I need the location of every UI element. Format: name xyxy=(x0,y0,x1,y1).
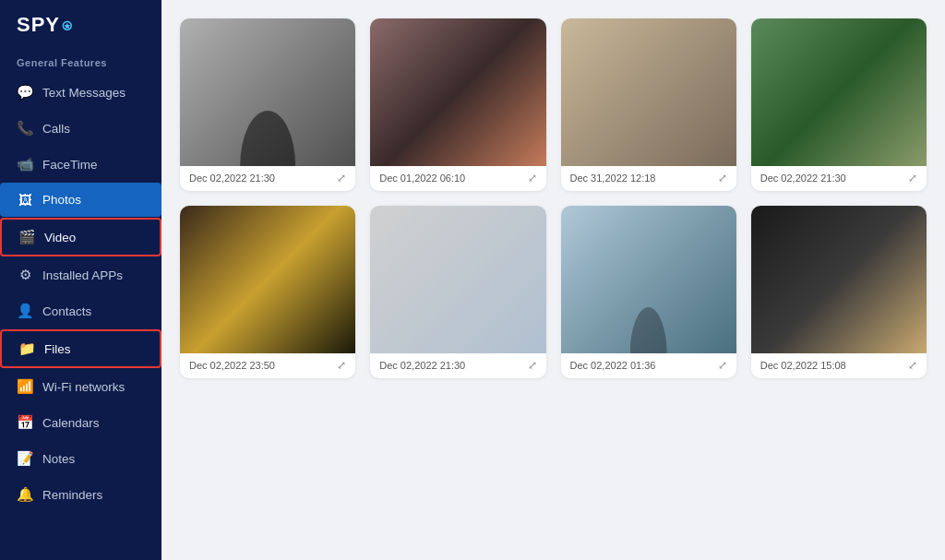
photo-card: Dec 02,2022 01:36⤢ xyxy=(561,206,736,378)
sidebar-item-label-notes: Notes xyxy=(42,452,75,466)
photo-footer: Dec 02,2022 21:30⤢ xyxy=(751,166,927,191)
photo-image xyxy=(751,206,927,353)
expand-icon[interactable]: ⤢ xyxy=(718,172,727,185)
photo-card: Dec 02,2022 21:30⤢ xyxy=(180,18,355,191)
sidebar-item-label-text-messages: Text Messages xyxy=(42,86,126,100)
logo: SPY ⍟ xyxy=(0,0,161,48)
photo-card: Dec 02,2022 21:30⤢ xyxy=(370,206,545,378)
wifi-networks-icon: 📶 xyxy=(17,378,33,395)
calls-icon: 📞 xyxy=(17,120,33,137)
sidebar-item-label-calls: Calls xyxy=(42,122,70,136)
sidebar-item-label-reminders: Reminders xyxy=(42,488,102,502)
sidebar-item-reminders[interactable]: 🔔Reminders xyxy=(0,477,161,512)
photo-grid: Dec 02,2022 21:30⤢Dec 01,2022 06:10⤢Dec … xyxy=(180,18,927,378)
expand-icon[interactable]: ⤢ xyxy=(337,172,346,185)
video-icon: 🎬 xyxy=(18,229,35,245)
sidebar-item-installed-apps[interactable]: ⚙Installed APPs xyxy=(0,257,161,292)
expand-icon[interactable]: ⤢ xyxy=(528,359,537,372)
sidebar-item-facetime[interactable]: 📹FaceTime xyxy=(0,147,161,182)
text-messages-icon: 💬 xyxy=(17,84,33,101)
logo-text: SPY xyxy=(17,13,60,37)
photo-card: Dec 31,2022 12:18⤢ xyxy=(561,18,736,191)
sidebar-item-label-photos: Photos xyxy=(42,193,81,207)
sidebar-item-notes[interactable]: 📝Notes xyxy=(0,441,161,476)
expand-icon[interactable]: ⤢ xyxy=(528,172,537,185)
notes-icon: 📝 xyxy=(17,450,33,467)
reminders-icon: 🔔 xyxy=(17,486,33,503)
sidebar-item-label-installed-apps: Installed APPs xyxy=(42,268,123,282)
sidebar: SPY ⍟ General Features 💬Text Messages📞Ca… xyxy=(0,0,161,560)
photo-card: Dec 02,2022 21:30⤢ xyxy=(751,18,927,191)
sidebar-item-wifi-networks[interactable]: 📶Wi-Fi networks xyxy=(0,369,161,404)
sidebar-item-calendars[interactable]: 📅Calendars xyxy=(0,405,161,440)
sidebar-item-label-wifi-networks: Wi-Fi networks xyxy=(42,380,125,394)
photo-image xyxy=(561,206,736,353)
photo-footer: Dec 02,2022 21:30⤢ xyxy=(370,353,545,378)
files-icon: 📁 xyxy=(18,340,35,357)
expand-icon[interactable]: ⤢ xyxy=(908,359,917,372)
photo-date: Dec 02,2022 21:30 xyxy=(760,173,846,184)
expand-icon[interactable]: ⤢ xyxy=(337,359,346,372)
photo-date: Dec 02,2022 21:30 xyxy=(189,173,275,184)
photo-footer: Dec 02,2022 23:50⤢ xyxy=(180,353,355,378)
photo-date: Dec 02,2022 01:36 xyxy=(570,360,656,371)
section-label: General Features xyxy=(0,48,161,74)
contacts-icon: 👤 xyxy=(17,303,33,319)
sidebar-item-label-files: Files xyxy=(44,342,71,356)
photo-footer: Dec 02,2022 15:08⤢ xyxy=(751,353,927,378)
calendars-icon: 📅 xyxy=(17,414,33,431)
logo-symbol: ⍟ xyxy=(62,16,72,35)
facetime-icon: 📹 xyxy=(17,156,33,173)
photo-image xyxy=(751,18,927,166)
installed-apps-icon: ⚙ xyxy=(17,267,33,283)
sidebar-item-label-video: Video xyxy=(44,231,76,244)
photo-image xyxy=(180,206,355,353)
sidebar-item-files[interactable]: 📁Files xyxy=(0,329,161,368)
expand-icon[interactable]: ⤢ xyxy=(718,359,727,372)
photo-card: Dec 01,2022 06:10⤢ xyxy=(370,18,545,191)
photo-date: Dec 02,2022 23:50 xyxy=(189,360,275,371)
sidebar-item-label-facetime: FaceTime xyxy=(42,158,98,172)
photo-date: Dec 31,2022 12:18 xyxy=(570,173,656,184)
photo-date: Dec 02,2022 15:08 xyxy=(760,360,846,371)
photo-footer: Dec 31,2022 12:18⤢ xyxy=(561,166,736,191)
photo-footer: Dec 01,2022 06:10⤢ xyxy=(370,166,545,191)
photos-icon: 🖼 xyxy=(17,192,33,208)
sidebar-item-calls[interactable]: 📞Calls xyxy=(0,111,161,146)
photo-date: Dec 01,2022 06:10 xyxy=(379,173,465,184)
photo-date: Dec 02,2022 21:30 xyxy=(379,360,465,371)
photo-image xyxy=(561,18,736,166)
sidebar-item-text-messages[interactable]: 💬Text Messages xyxy=(0,75,161,110)
sidebar-item-video[interactable]: 🎬Video xyxy=(0,218,161,256)
main-content: Dec 02,2022 21:30⤢Dec 01,2022 06:10⤢Dec … xyxy=(161,0,945,560)
sidebar-item-label-calendars: Calendars xyxy=(42,416,100,430)
sidebar-item-photos[interactable]: 🖼Photos xyxy=(0,183,161,217)
photo-image xyxy=(370,18,545,166)
photo-footer: Dec 02,2022 21:30⤢ xyxy=(180,166,355,191)
sidebar-item-contacts[interactable]: 👤Contacts xyxy=(0,293,161,328)
sidebar-item-label-contacts: Contacts xyxy=(42,304,91,318)
photo-card: Dec 02,2022 15:08⤢ xyxy=(751,206,927,378)
photo-card: Dec 02,2022 23:50⤢ xyxy=(180,206,355,378)
photo-footer: Dec 02,2022 01:36⤢ xyxy=(561,353,736,378)
photo-image xyxy=(370,206,545,353)
photo-image xyxy=(180,18,355,166)
expand-icon[interactable]: ⤢ xyxy=(908,172,917,185)
